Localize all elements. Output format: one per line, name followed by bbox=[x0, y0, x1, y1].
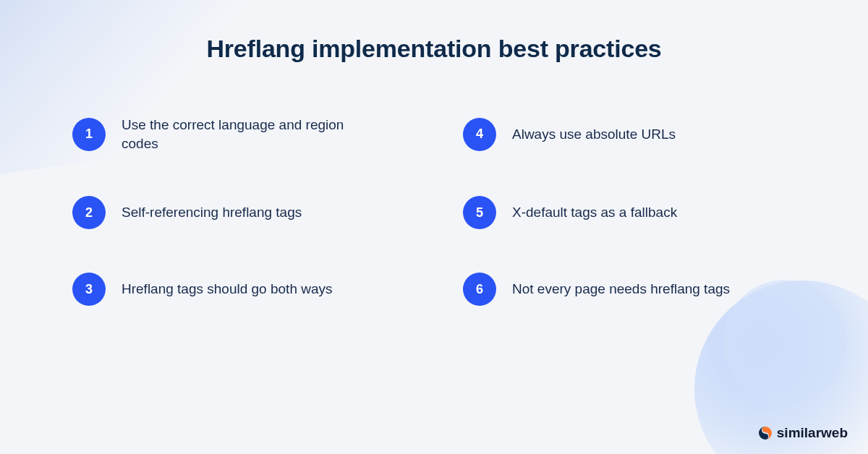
item-text: X-default tags as a fallback bbox=[512, 203, 677, 222]
item-text: Use the correct language and region code… bbox=[122, 116, 360, 153]
number-badge: 5 bbox=[463, 196, 496, 229]
best-practices-grid: 1 Use the correct language and region co… bbox=[72, 116, 796, 306]
list-item: 4 Always use absolute URLs bbox=[463, 116, 796, 153]
number-badge: 6 bbox=[463, 273, 496, 306]
list-item: 6 Not every page needs hreflang tags bbox=[463, 273, 796, 306]
item-text: Hreflang tags should go both ways bbox=[122, 280, 333, 299]
page-title: Hreflang implementation best practices bbox=[0, 35, 868, 63]
number-badge: 3 bbox=[72, 273, 106, 306]
item-text: Self-referencing hreflang tags bbox=[122, 203, 302, 222]
item-text: Not every page needs hreflang tags bbox=[512, 280, 730, 299]
number-badge: 4 bbox=[463, 118, 496, 151]
number-badge: 1 bbox=[72, 118, 106, 151]
number-badge: 2 bbox=[72, 196, 106, 229]
brand-logo-text: similarweb bbox=[777, 425, 848, 441]
list-item: 5 X-default tags as a fallback bbox=[463, 196, 796, 229]
similarweb-logo-icon bbox=[758, 426, 773, 440]
list-item: 3 Hreflang tags should go both ways bbox=[72, 273, 405, 306]
brand-logo: similarweb bbox=[758, 425, 848, 441]
list-item: 2 Self-referencing hreflang tags bbox=[72, 196, 405, 229]
list-item: 1 Use the correct language and region co… bbox=[72, 116, 405, 153]
item-text: Always use absolute URLs bbox=[512, 125, 676, 144]
